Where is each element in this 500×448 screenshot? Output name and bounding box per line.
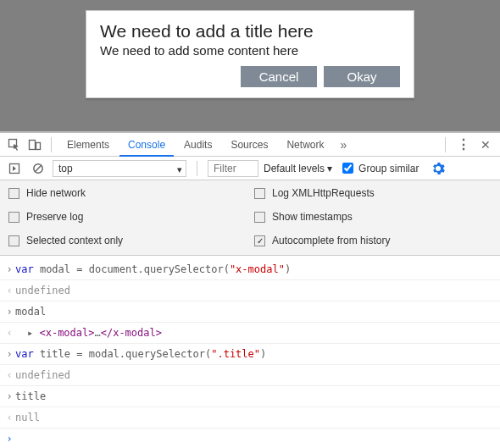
group-similar-input[interactable] <box>342 163 353 174</box>
modal-button-row: Cancel Okay <box>100 66 400 87</box>
chevron-right-prompt-icon: › <box>3 431 15 446</box>
log-xhr-checkbox[interactable]: Log XMLHttpRequests <box>254 187 492 199</box>
gear-icon[interactable] <box>429 159 447 178</box>
chevron-right-icon: › <box>3 262 15 277</box>
tab-audits[interactable]: Audits <box>175 133 220 157</box>
filter-input[interactable] <box>208 160 258 177</box>
device-toolbar-icon[interactable] <box>25 136 44 154</box>
svg-line-5 <box>35 165 41 171</box>
checkbox-icon <box>8 212 19 223</box>
checkbox-icon <box>254 188 265 199</box>
separator <box>445 137 446 152</box>
chevron-right-icon: › <box>3 389 15 404</box>
preserve-log-checkbox[interactable]: Preserve log <box>8 211 246 223</box>
console-output-line: ‹ null <box>0 407 500 429</box>
chevron-left-dim-icon: ‹ <box>3 325 15 340</box>
group-similar-checkbox[interactable]: Group similar <box>337 163 419 174</box>
console-input-line: › var title = modal.querySelector(".titl… <box>0 344 500 365</box>
chevron-right-icon: › <box>3 304 15 319</box>
checkbox-icon <box>8 188 19 199</box>
svg-rect-1 <box>30 140 36 149</box>
console-output-line: ‹ undefined <box>0 365 500 386</box>
modal-dialog: We need to add a title here We need to a… <box>86 10 414 98</box>
show-timestamps-label: Show timestamps <box>272 211 353 223</box>
okay-button[interactable]: Okay <box>324 66 400 87</box>
show-timestamps-checkbox[interactable]: Show timestamps <box>254 211 492 223</box>
separator <box>197 161 197 176</box>
tab-console[interactable]: Console <box>119 133 174 157</box>
show-drawer-icon[interactable] <box>5 159 24 178</box>
inspect-element-icon[interactable] <box>5 136 24 154</box>
close-icon[interactable]: ✕ <box>476 136 495 154</box>
chevron-right-icon: › <box>3 346 15 362</box>
console-output-line: ‹ undefined <box>0 280 500 301</box>
selected-context-only-label: Selected context only <box>26 235 123 246</box>
preserve-log-label: Preserve log <box>26 211 83 223</box>
devtools-tab-strip: Elements Console Audits Sources Network … <box>0 133 500 157</box>
autocomplete-checkbox[interactable]: ✓ Autocomplete from history <box>254 235 492 246</box>
page-viewport: We need to add a title here We need to a… <box>0 0 500 131</box>
checkbox-checked-icon: ✓ <box>254 235 265 246</box>
console-prompt[interactable]: › <box>0 429 500 448</box>
console-output-line: ‹ ▸ <x-modal>…</x-modal> <box>0 323 500 344</box>
modal-title: We need to add a title here <box>100 21 400 41</box>
tab-network[interactable]: Network <box>278 133 332 157</box>
console-settings-panel: Hide network Log XMLHttpRequests Preserv… <box>0 180 500 256</box>
chevron-left-dim-icon: ‹ <box>3 283 15 298</box>
group-similar-label: Group similar <box>358 163 419 174</box>
checkbox-icon <box>254 212 265 223</box>
chevron-left-dim-icon: ‹ <box>3 410 15 425</box>
svg-rect-2 <box>36 142 41 149</box>
modal-content: We need to add some content here <box>100 43 400 58</box>
console-input-line: › title <box>0 386 500 407</box>
selected-context-only-checkbox[interactable]: Selected context only <box>8 235 246 246</box>
console-input-line: › var modal = document.querySelector("x-… <box>0 259 500 280</box>
kebab-menu-icon[interactable]: ⋮ <box>454 136 473 154</box>
triangle-down-icon: ▾ <box>327 163 332 174</box>
tab-sources[interactable]: Sources <box>222 133 276 157</box>
more-tabs-icon[interactable]: » <box>334 136 353 154</box>
separator <box>51 137 52 152</box>
console-toolbar: top Default levels ▾ Group similar <box>0 157 500 180</box>
log-xhr-label: Log XMLHttpRequests <box>272 187 375 199</box>
tab-elements[interactable]: Elements <box>58 133 118 157</box>
clear-console-icon[interactable] <box>29 159 47 178</box>
context-selector[interactable]: top <box>53 160 186 177</box>
log-levels-selector[interactable]: Default levels ▾ <box>264 163 332 174</box>
autocomplete-label: Autocomplete from history <box>272 235 390 246</box>
checkbox-icon <box>8 235 19 246</box>
devtools-panel: Elements Console Audits Sources Network … <box>0 131 500 448</box>
chevron-left-dim-icon: ‹ <box>3 368 15 383</box>
console-log-area[interactable]: › var modal = document.querySelector("x-… <box>0 256 500 448</box>
console-input-line: › modal <box>0 301 500 323</box>
cancel-button[interactable]: Cancel <box>241 66 317 87</box>
hide-network-label: Hide network <box>26 187 86 199</box>
log-levels-label: Default levels <box>264 163 325 174</box>
hide-network-checkbox[interactable]: Hide network <box>8 187 246 199</box>
